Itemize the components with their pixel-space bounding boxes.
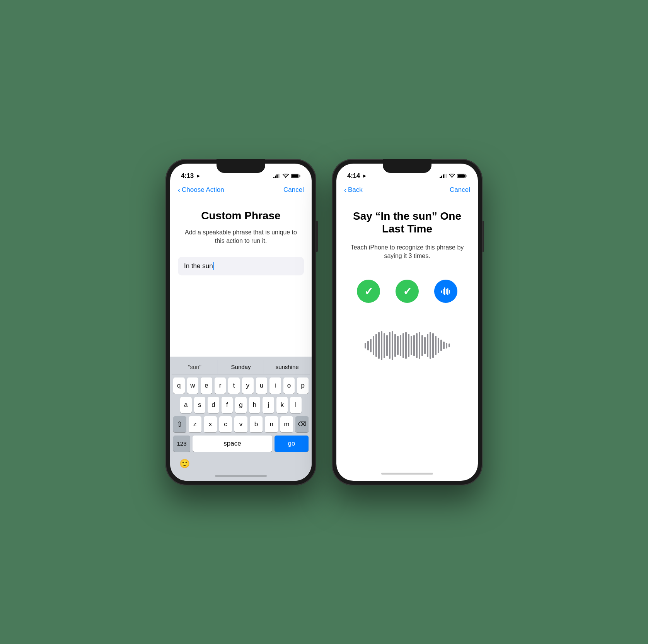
wave-bar	[416, 333, 418, 358]
key-l[interactable]: l	[290, 397, 302, 413]
wave-bar	[405, 332, 407, 359]
key-r[interactable]: r	[215, 378, 226, 394]
phrase-input-value: In the sun	[184, 262, 213, 270]
svg-rect-21	[449, 290, 450, 294]
key-x[interactable]: x	[204, 416, 217, 432]
svg-rect-3	[278, 174, 279, 178]
home-bar-1	[215, 475, 267, 477]
suggestion-3[interactable]: sunshine	[264, 360, 310, 374]
key-c[interactable]: c	[219, 416, 232, 432]
wave-bar	[419, 332, 420, 359]
svg-rect-15	[466, 175, 467, 177]
key-go[interactable]: go	[275, 436, 309, 452]
key-123[interactable]: 123	[173, 436, 190, 452]
wave-bar	[421, 335, 423, 356]
location-icon-1: ►	[196, 173, 201, 179]
phone-2: 4:14 ►	[332, 159, 483, 485]
key-b[interactable]: b	[250, 416, 263, 432]
cancel-button-1[interactable]: Cancel	[283, 186, 304, 194]
key-i[interactable]: i	[269, 378, 281, 394]
status-time-2: 4:14	[347, 172, 360, 180]
wifi-icon-1	[283, 174, 289, 178]
wave-bar	[389, 332, 391, 359]
key-o[interactable]: o	[283, 378, 295, 394]
key-d[interactable]: d	[208, 397, 219, 413]
key-shift[interactable]: ⇧	[173, 416, 186, 432]
wifi-icon-2	[449, 174, 455, 178]
cancel-button-2[interactable]: Cancel	[450, 186, 470, 194]
wave-bar	[392, 331, 393, 360]
suggestion-2[interactable]: Sunday	[218, 360, 264, 374]
back-label-2[interactable]: Back	[348, 186, 363, 194]
svg-rect-6	[292, 174, 298, 178]
key-t[interactable]: t	[228, 378, 240, 394]
suggestion-1[interactable]: "sun"	[172, 360, 218, 374]
svg-rect-11	[444, 174, 445, 178]
page-title-1: Custom Phrase	[182, 210, 300, 222]
title-section-1: Custom Phrase Add a speakable phrase tha…	[170, 198, 312, 253]
key-k[interactable]: k	[276, 397, 288, 413]
key-m[interactable]: m	[280, 416, 293, 432]
key-e[interactable]: e	[201, 378, 212, 394]
key-space[interactable]: space	[193, 436, 272, 452]
key-a[interactable]: a	[180, 397, 192, 413]
key-v[interactable]: v	[234, 416, 247, 432]
page-subtitle-1: Add a speakable phrase that is unique to…	[182, 228, 300, 246]
key-p[interactable]: p	[297, 378, 309, 394]
svg-rect-19	[446, 289, 447, 294]
keyboard: "sun" Sunday sunshine q w e r t y u i o …	[170, 357, 312, 481]
svg-rect-17	[443, 289, 444, 294]
key-f[interactable]: f	[222, 397, 233, 413]
back-button-1[interactable]: ‹ Choose Action	[178, 186, 224, 194]
back-chevron-1: ‹	[178, 186, 180, 194]
wave-bar	[443, 342, 445, 349]
wave-bar	[413, 335, 415, 356]
wave-bar	[381, 331, 382, 360]
svg-rect-18	[444, 287, 445, 295]
wave-bar	[411, 336, 412, 355]
signal-icon-2	[440, 174, 447, 178]
status-icons-1	[273, 174, 301, 178]
battery-icon-1	[291, 174, 301, 178]
svg-rect-1	[275, 176, 276, 178]
wave-bar	[400, 335, 401, 356]
key-j[interactable]: j	[263, 397, 274, 413]
wave-bar	[408, 334, 409, 357]
back-label-1[interactable]: Choose Action	[182, 186, 224, 194]
key-n[interactable]: n	[265, 416, 278, 432]
phone2-home-bar	[336, 468, 478, 481]
say-subtitle: Teach iPhone to recognize this phrase by…	[348, 243, 466, 261]
key-q[interactable]: q	[173, 378, 185, 394]
battery-icon-2	[457, 174, 467, 178]
key-y[interactable]: y	[242, 378, 254, 394]
check-icon-1: ✓	[364, 285, 373, 298]
wave-bar	[378, 332, 380, 359]
svg-rect-0	[273, 177, 275, 178]
key-u[interactable]: u	[256, 378, 268, 394]
wave-bar	[438, 338, 439, 353]
key-w[interactable]: w	[187, 378, 199, 394]
key-backspace[interactable]: ⌫	[295, 416, 309, 432]
svg-rect-8	[440, 177, 441, 178]
phone1-content: Custom Phrase Add a speakable phrase tha…	[170, 198, 312, 481]
wave-bar	[424, 337, 426, 354]
svg-rect-2	[276, 174, 278, 178]
emoji-key[interactable]: 🙂	[179, 457, 190, 472]
waveform-container	[336, 322, 478, 369]
wave-bar	[440, 340, 442, 351]
emoji-row: 🙂	[172, 455, 310, 472]
go-label: go	[288, 440, 295, 448]
key-h[interactable]: h	[249, 397, 261, 413]
wave-bar	[384, 333, 385, 358]
nav-bar-2: ‹ Back Cancel	[336, 183, 478, 198]
wave-bar	[432, 333, 434, 358]
back-chevron-2: ‹	[344, 186, 346, 194]
key-z[interactable]: z	[189, 416, 202, 432]
key-g[interactable]: g	[235, 397, 247, 413]
phrase-input[interactable]: In the sun	[178, 257, 304, 275]
say-title-section: Say “In the sun” One Last Time Teach iPh…	[336, 198, 478, 268]
key-s[interactable]: s	[194, 397, 206, 413]
indicator-2: ✓	[396, 280, 419, 303]
back-button-2[interactable]: ‹ Back	[344, 186, 363, 194]
wave-bar	[448, 343, 450, 347]
